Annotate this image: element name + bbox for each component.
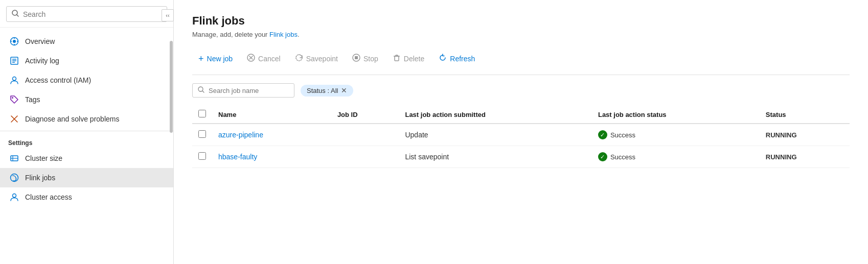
sidebar-scrollbar[interactable]: [169, 31, 173, 264]
row-1-running-status: RUNNING: [766, 131, 797, 139]
stop-button[interactable]: Stop: [346, 51, 384, 66]
main-content: Flink jobs Manage, add, delete your Flin…: [174, 0, 868, 264]
table-row: azure-pipeline Update ✓ Success RUNNING: [192, 124, 850, 146]
nav-divider: [0, 131, 173, 131]
table-header-row: Name Job ID Last job action submitted La…: [192, 106, 850, 124]
savepoint-button[interactable]: Savepoint: [289, 51, 344, 66]
sidebar-search-container: [0, 0, 173, 28]
row-2-status: RUNNING: [760, 146, 850, 168]
savepoint-icon: [295, 54, 303, 63]
subtitle-suffix: .: [298, 31, 300, 38]
sidebar-item-access-control[interactable]: Access control (IAM): [0, 70, 173, 90]
row-2-checkbox[interactable]: [198, 152, 206, 160]
row-2-last-action: List savepoint: [399, 146, 591, 168]
sidebar-item-cluster-access[interactable]: Cluster access: [0, 187, 173, 207]
status-filter-badge[interactable]: Status : All ✕: [301, 85, 353, 97]
row-2-job-id: [331, 146, 399, 168]
sidebar-scroll-thumb: [170, 41, 173, 133]
activity-log-icon: [10, 56, 19, 65]
col-status: Status: [760, 106, 850, 124]
table-row: hbase-faulty List savepoint ✓ Success RU…: [192, 146, 850, 168]
search-icon: [12, 10, 19, 18]
sidebar-item-activity-log[interactable]: Activity log: [0, 51, 173, 70]
subtitle-prefix: Manage, add, delete your: [192, 31, 269, 38]
sidebar-item-label: Access control (IAM): [25, 76, 91, 84]
sidebar-item-diagnose[interactable]: Diagnose and solve problems: [0, 109, 173, 129]
cancel-label: Cancel: [258, 55, 281, 63]
sidebar-item-label: Cluster access: [25, 193, 72, 201]
delete-button[interactable]: Delete: [386, 51, 430, 66]
col-action-status: Last job action status: [592, 106, 760, 124]
svg-point-13: [12, 97, 13, 99]
search-job-input[interactable]: [209, 87, 289, 94]
settings-section-label: Settings: [0, 133, 173, 149]
new-job-label: New job: [207, 55, 233, 63]
row-1-status: RUNNING: [760, 124, 850, 146]
success-icon: ✓: [598, 152, 607, 161]
status-filter-close-icon[interactable]: ✕: [341, 87, 347, 94]
svg-rect-26: [395, 56, 399, 61]
row-1-name[interactable]: azure-pipeline: [212, 124, 331, 146]
refresh-button[interactable]: Refresh: [432, 51, 481, 66]
svg-rect-25: [355, 56, 358, 59]
page-subtitle: Manage, add, delete your Flink jobs.: [192, 31, 850, 38]
subtitle-link[interactable]: Flink jobs: [269, 31, 298, 38]
sidebar: Overview Activity log Acce: [0, 0, 174, 264]
jobs-table: Name Job ID Last job action submitted La…: [192, 106, 850, 168]
success-icon: ✓: [598, 130, 607, 139]
sidebar-item-cluster-size[interactable]: Cluster size: [0, 149, 173, 168]
sidebar-item-flink-jobs[interactable]: Flink jobs: [0, 168, 173, 187]
svg-point-3: [13, 40, 16, 43]
row-1-name-link[interactable]: azure-pipeline: [218, 131, 263, 139]
collapse-sidebar-button[interactable]: ‹‹: [162, 9, 174, 21]
status-filter-label: Status : All: [307, 87, 338, 94]
cancel-icon: [247, 54, 255, 63]
filter-bar: Status : All ✕: [192, 83, 850, 98]
search-job-box[interactable]: [192, 83, 294, 98]
row-checkbox-cell: [192, 124, 212, 146]
row-2-action-status: ✓ Success: [592, 146, 760, 168]
col-name: Name: [212, 106, 331, 124]
row-1-checkbox[interactable]: [198, 130, 206, 138]
svg-line-32: [202, 91, 204, 92]
col-job-id: Job ID: [331, 106, 399, 124]
page-title: Flink jobs: [192, 14, 850, 28]
delete-icon: [393, 54, 401, 63]
cluster-access-icon: [10, 193, 19, 202]
svg-point-20: [13, 194, 16, 198]
flink-jobs-icon: [10, 173, 19, 182]
sidebar-item-label: Diagnose and solve problems: [25, 115, 119, 123]
row-2-name[interactable]: hbase-faulty: [212, 146, 331, 168]
diagnose-icon: [10, 114, 19, 124]
row-1-action-status: ✓ Success: [592, 124, 760, 146]
sidebar-item-label: Overview: [25, 37, 55, 45]
row-1-job-id: [331, 124, 399, 146]
delete-label: Delete: [404, 55, 424, 63]
select-all-checkbox[interactable]: [198, 110, 206, 117]
row-1-last-action: Update: [399, 124, 591, 146]
new-job-button[interactable]: + New job: [192, 51, 239, 66]
stop-icon: [352, 54, 360, 63]
sidebar-item-label: Flink jobs: [25, 174, 55, 182]
cancel-button[interactable]: Cancel: [241, 51, 287, 66]
savepoint-label: Savepoint: [306, 55, 338, 63]
svg-point-12: [13, 77, 16, 81]
sidebar-search-input[interactable]: [23, 10, 162, 18]
sidebar-nav: Overview Activity log Acce: [0, 28, 173, 264]
access-control-icon: [10, 76, 19, 85]
row-1-status-text: Success: [610, 131, 635, 139]
tags-icon: [10, 95, 19, 104]
row-2-name-link[interactable]: hbase-faulty: [218, 153, 257, 161]
table-body: azure-pipeline Update ✓ Success RUNNING: [192, 124, 850, 168]
header-checkbox-cell: [192, 106, 212, 124]
stop-label: Stop: [363, 55, 378, 63]
sidebar-search-box[interactable]: [6, 6, 167, 22]
sidebar-item-tags[interactable]: Tags: [0, 90, 173, 109]
sidebar-item-label: Cluster size: [25, 154, 62, 162]
row-checkbox-cell: [192, 146, 212, 168]
sidebar-item-label: Activity log: [25, 57, 59, 65]
toolbar: + New job Cancel Savepoint: [192, 51, 850, 75]
search-job-icon: [198, 86, 204, 94]
new-job-icon: +: [198, 54, 204, 63]
sidebar-item-overview[interactable]: Overview: [0, 32, 173, 51]
